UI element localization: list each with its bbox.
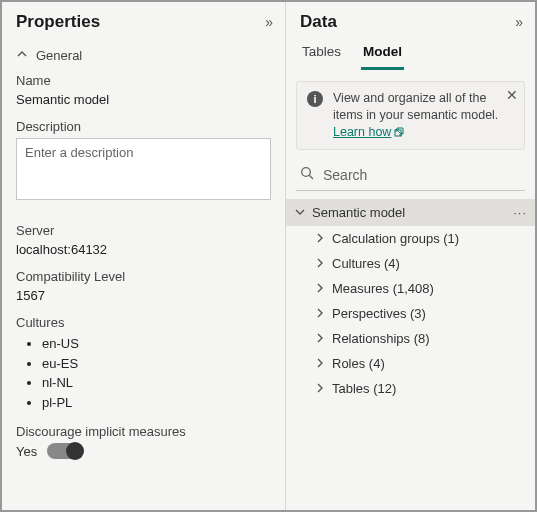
chevron-right-icon bbox=[314, 232, 326, 244]
name-value: Semantic model bbox=[16, 92, 271, 107]
tree-item-label: Cultures (4) bbox=[332, 256, 400, 271]
general-section-label: General bbox=[36, 48, 82, 63]
info-icon: i bbox=[307, 91, 323, 107]
tab-model[interactable]: Model bbox=[361, 38, 404, 70]
tree-item[interactable]: Perspectives (3) bbox=[286, 301, 535, 326]
tree-item-label: Measures (1,408) bbox=[332, 281, 434, 296]
search-input[interactable] bbox=[323, 167, 523, 183]
tree-item-label: Relationships (8) bbox=[332, 331, 430, 346]
info-banner: i View and organize all of the items in … bbox=[296, 81, 525, 150]
learn-how-link[interactable]: Learn how bbox=[333, 124, 404, 141]
cultures-list: en-US eu-ES nl-NL pl-PL bbox=[16, 334, 271, 412]
search-box[interactable] bbox=[296, 162, 525, 191]
chevron-right-icon bbox=[314, 257, 326, 269]
discourage-value: Yes bbox=[16, 444, 37, 459]
collapse-data-button[interactable]: » bbox=[515, 14, 521, 30]
chevron-right-icon bbox=[314, 382, 326, 394]
tree-children: Calculation groups (1)Cultures (4)Measur… bbox=[286, 226, 535, 401]
collapse-properties-button[interactable]: » bbox=[265, 14, 271, 30]
server-label: Server bbox=[16, 223, 271, 238]
tree-item[interactable]: Measures (1,408) bbox=[286, 276, 535, 301]
tree-item-label: Roles (4) bbox=[332, 356, 385, 371]
tree-root-label: Semantic model bbox=[312, 205, 405, 220]
more-options-button[interactable]: ··· bbox=[513, 205, 527, 220]
list-item: en-US bbox=[42, 334, 271, 354]
general-section-header[interactable]: General bbox=[16, 42, 271, 73]
tree-item[interactable]: Roles (4) bbox=[286, 351, 535, 376]
chevron-right-icon bbox=[314, 307, 326, 319]
tree-item[interactable]: Calculation groups (1) bbox=[286, 226, 535, 251]
svg-line-2 bbox=[309, 175, 313, 179]
list-item: pl-PL bbox=[42, 393, 271, 413]
chevron-right-icon bbox=[314, 357, 326, 369]
cultures-label: Cultures bbox=[16, 315, 271, 330]
properties-title: Properties bbox=[16, 12, 100, 32]
learn-how-label: Learn how bbox=[333, 124, 391, 141]
tree-root[interactable]: Semantic model ··· bbox=[286, 199, 535, 226]
list-item: eu-ES bbox=[42, 354, 271, 374]
description-input[interactable] bbox=[16, 138, 271, 200]
description-label: Description bbox=[16, 119, 271, 134]
properties-panel: Properties » General Name Semantic model… bbox=[2, 2, 286, 510]
discourage-label: Discourage implicit measures bbox=[16, 424, 271, 439]
tab-tables[interactable]: Tables bbox=[300, 38, 343, 70]
compat-label: Compatibility Level bbox=[16, 269, 271, 284]
search-icon bbox=[300, 166, 315, 184]
tree-item[interactable]: Cultures (4) bbox=[286, 251, 535, 276]
tree-item[interactable]: Relationships (8) bbox=[286, 326, 535, 351]
data-title: Data bbox=[300, 12, 337, 32]
chevron-up-icon bbox=[16, 48, 28, 63]
info-text: View and organize all of the items in yo… bbox=[333, 90, 516, 141]
chevron-down-icon bbox=[294, 206, 306, 218]
svg-point-1 bbox=[302, 167, 311, 176]
tree-item[interactable]: Tables (12) bbox=[286, 376, 535, 401]
chevron-right-icon bbox=[314, 282, 326, 294]
server-value: localhost:64132 bbox=[16, 242, 271, 257]
chevron-right-icon bbox=[314, 332, 326, 344]
name-label: Name bbox=[16, 73, 271, 88]
close-info-button[interactable]: ✕ bbox=[506, 88, 518, 102]
data-tabs: Tables Model bbox=[286, 38, 535, 71]
data-panel: Data » Tables Model i View and organize … bbox=[286, 2, 535, 510]
info-message: View and organize all of the items in yo… bbox=[333, 91, 498, 122]
discourage-toggle[interactable] bbox=[47, 443, 83, 459]
compat-value: 1567 bbox=[16, 288, 271, 303]
tree-item-label: Tables (12) bbox=[332, 381, 396, 396]
tree-item-label: Calculation groups (1) bbox=[332, 231, 459, 246]
tree-item-label: Perspectives (3) bbox=[332, 306, 426, 321]
external-link-icon bbox=[394, 127, 404, 137]
list-item: nl-NL bbox=[42, 373, 271, 393]
